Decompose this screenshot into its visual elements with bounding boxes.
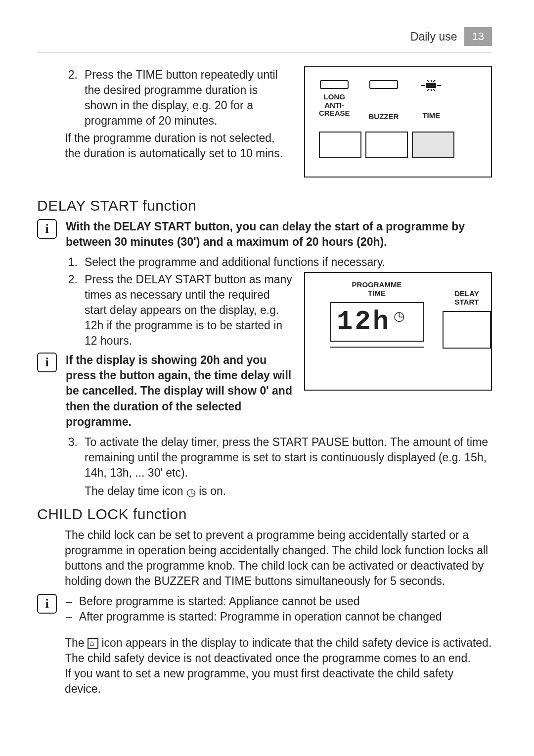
- info-icon: i: [37, 594, 57, 614]
- header-section-label: Daily use: [410, 30, 457, 44]
- long-anti-crease-button-icon: [320, 80, 349, 89]
- bullet-dash: –: [66, 594, 72, 609]
- list-number: 1.: [65, 255, 78, 270]
- list-number: 3.: [65, 435, 78, 481]
- delay-start-info-1: With the DELAY START button, you can del…: [66, 219, 492, 250]
- child-lock-bullet-2: After programme is started: Programme in…: [79, 609, 442, 624]
- control-panel-illustration-2: PROGRAMMETIME 12h ◷ DELAY START: [304, 272, 492, 391]
- svg-line-3: [427, 80, 429, 82]
- child-lock-para-3: If you want to set a new programme, you …: [65, 666, 492, 697]
- delay-step-1: Select the programme and additional func…: [85, 255, 385, 270]
- display-cell: [319, 132, 361, 158]
- programme-time-display: 12h ◷: [330, 302, 424, 342]
- page-number: 13: [464, 27, 492, 46]
- delay-step-3: To activate the delay timer, press the S…: [85, 435, 492, 481]
- display-cell: [365, 132, 408, 158]
- step-2-note: If the programme duration is not selecte…: [65, 131, 293, 161]
- delay-step-2: Press the DELAY START button as many tim…: [85, 272, 293, 349]
- delay-start-label: DELAY START: [443, 290, 491, 306]
- clock-icon: ◷: [394, 309, 405, 324]
- control-panel-illustration-1: LONGANTI-CREASE BUZZER: [304, 66, 492, 178]
- time-label: TIME: [422, 112, 440, 120]
- svg-line-8: [433, 89, 435, 91]
- child-lock-bullet-1: Before programme is started: Appliance c…: [79, 594, 360, 609]
- delay-step-3-sub: The delay time icon ◷ is on.: [85, 484, 492, 499]
- lock-icon: [88, 638, 98, 649]
- info-icon: i: [37, 219, 57, 239]
- list-number: 2.: [65, 67, 78, 129]
- delay-start-heading: DELAY START function: [37, 197, 492, 214]
- display-value: 12h: [337, 309, 391, 335]
- buzzer-button-icon: [369, 80, 398, 89]
- svg-line-5: [433, 80, 435, 82]
- child-lock-para: The child lock can be set to prevent a p…: [65, 528, 492, 589]
- svg-rect-0: [426, 83, 436, 88]
- child-lock-heading: CHILD LOCK function: [37, 506, 492, 523]
- step-2-text: Press the TIME button repeatedly until t…: [85, 67, 293, 129]
- page-header: Daily use 13: [37, 27, 492, 52]
- bullet-dash: –: [66, 609, 72, 624]
- programme-time-label: PROGRAMMETIME: [352, 281, 402, 297]
- display-cell-active: [412, 132, 454, 158]
- svg-line-6: [427, 89, 429, 91]
- time-button-icon: [417, 80, 445, 89]
- list-number: 2.: [65, 272, 78, 349]
- child-lock-para-2: The icon appears in the display to indic…: [65, 635, 492, 666]
- buzzer-label: BUZZER: [369, 113, 399, 121]
- step-2-block: 2. Press the TIME button repeatedly unti…: [65, 66, 293, 178]
- delay-start-info-2: If the display is showing 20h and you pr…: [66, 353, 293, 429]
- info-icon: i: [37, 353, 57, 372]
- long-anti-crease-label: LONGANTI-CREASE: [319, 93, 350, 118]
- delay-start-display: [443, 311, 491, 349]
- delay-clock-icon: ◷: [186, 485, 196, 500]
